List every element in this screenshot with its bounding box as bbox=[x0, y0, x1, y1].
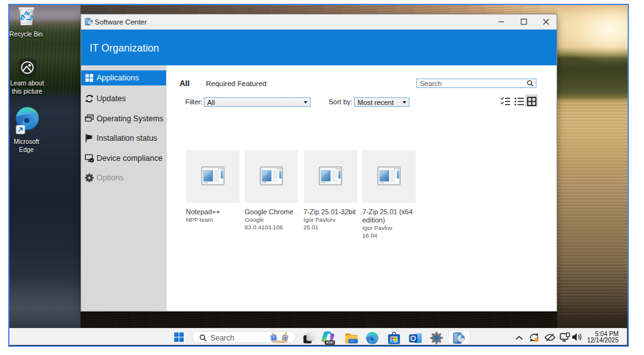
svg-text:M365: M365 bbox=[326, 341, 334, 344]
